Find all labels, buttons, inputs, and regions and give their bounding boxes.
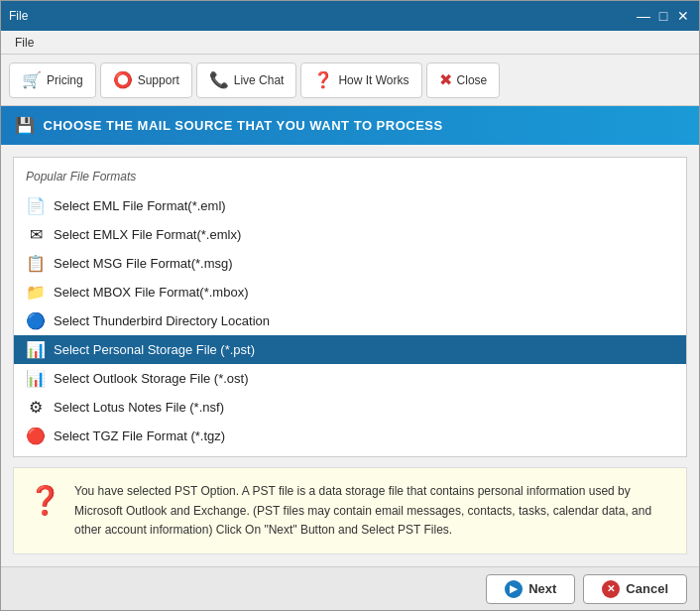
format-thunderbird[interactable]: 🔵 Select Thunderbird Directory Location [14,306,686,335]
toolbar-close-button[interactable]: ✖ Close [426,62,501,98]
tgz-icon: 🔴 [26,427,46,445]
msg-label: Select MSG File Format(*.msg) [54,256,233,271]
info-box: ❓ You have selected PST Option. A PST fi… [13,467,687,554]
format-tgz[interactable]: 🔴 Select TGZ File Format (*.tgz) [14,422,686,450]
info-text: You have selected PST Option. A PST file… [74,482,672,540]
close-label: Close [457,73,488,87]
format-eml[interactable]: 📄 Select EML File Format(*.eml) [14,191,686,220]
info-icon: ❓ [28,484,62,517]
format-msg[interactable]: 📋 Select MSG File Format(*.msg) [14,249,686,278]
cancel-label: Cancel [626,581,668,596]
footer: ▶ Next ✕ Cancel [1,566,699,610]
next-button[interactable]: ▶ Next [486,574,575,604]
how-it-works-button[interactable]: ❓ How It Works [300,62,421,98]
ost-label: Select Outlook Storage File (*.ost) [54,371,249,386]
format-nsf[interactable]: ⚙ Select Lotus Notes File (*.nsf) [14,393,686,422]
format-ost[interactable]: 📊 Select Outlook Storage File (*.ost) [14,364,686,393]
mbox-icon: 📁 [26,283,46,302]
menu-file[interactable]: File [9,34,40,52]
formats-title: Popular File Formats [14,166,686,191]
thunderbird-label: Select Thunderbird Directory Location [54,313,270,328]
section-header-text: CHOOSE THE MAIL SOURCE THAT YOU WANT TO … [44,118,443,133]
msg-icon: 📋 [26,254,46,273]
cancel-icon: ✕ [602,580,620,598]
main-window: File — □ ✕ File 🛒 Pricing ⭕ Support 📞 Li… [0,0,700,611]
format-imap[interactable]: 🔧 Select Imap To Imap Conversion [14,450,686,457]
window-controls: — □ ✕ [636,8,691,24]
file-formats-list: Popular File Formats 📄 Select EML File F… [13,157,687,457]
pricing-button[interactable]: 🛒 Pricing [9,62,96,98]
chat-icon: 📞 [209,70,229,89]
thunderbird-icon: 🔵 [26,311,46,330]
support-label: Support [138,73,179,87]
nsf-icon: ⚙ [26,398,46,417]
eml-label: Select EML File Format(*.eml) [54,198,226,213]
chat-label: Live Chat [234,73,285,87]
pricing-icon: 🛒 [22,70,42,89]
mail-source-icon: 💾 [15,116,36,135]
content-area: Popular File Formats 📄 Select EML File F… [1,145,699,566]
minimize-button[interactable]: — [636,8,651,24]
close-button[interactable]: ✕ [675,8,691,24]
menu-bar: File [1,31,699,55]
maximize-button[interactable]: □ [655,8,671,24]
chat-button[interactable]: 📞 Live Chat [196,62,297,98]
support-icon: ⭕ [113,70,133,89]
next-label: Next [528,581,556,596]
question-icon: ❓ [313,70,333,89]
format-pst[interactable]: 📊 Select Personal Storage File (*.pst) [14,335,686,364]
emlx-label: Select EMLX File Format(*.emlx) [54,227,241,242]
toolbar: 🛒 Pricing ⭕ Support 📞 Live Chat ❓ How It… [1,55,699,106]
imap-icon: 🔧 [26,455,46,457]
pst-label: Select Personal Storage File (*.pst) [54,342,255,357]
section-header: 💾 CHOOSE THE MAIL SOURCE THAT YOU WANT T… [1,106,699,145]
cancel-button[interactable]: ✕ Cancel [583,574,687,604]
emlx-icon: ✉ [26,225,46,244]
close-x-icon: ✖ [439,70,452,89]
ost-icon: 📊 [26,369,46,388]
tgz-label: Select TGZ File Format (*.tgz) [54,428,225,443]
eml-icon: 📄 [26,196,46,215]
pricing-label: Pricing [47,73,83,87]
format-mbox[interactable]: 📁 Select MBOX File Format(*.mbox) [14,278,686,306]
nsf-label: Select Lotus Notes File (*.nsf) [54,400,224,415]
format-emlx[interactable]: ✉ Select EMLX File Format(*.emlx) [14,220,686,249]
support-button[interactable]: ⭕ Support [100,62,192,98]
next-icon: ▶ [505,580,523,598]
pst-icon: 📊 [26,340,46,359]
window-title: File [9,9,28,23]
how-label: How It Works [338,73,408,87]
mbox-label: Select MBOX File Format(*.mbox) [54,285,249,300]
title-bar: File — □ ✕ [1,1,699,31]
